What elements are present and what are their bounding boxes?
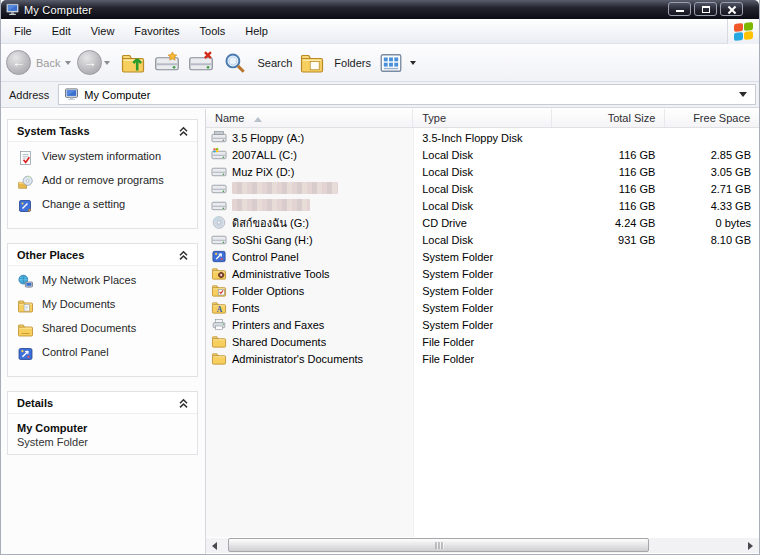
task-link-control-panel[interactable]: Control Panel — [17, 346, 191, 362]
file-type: System Folder — [413, 302, 552, 314]
file-name: Fonts — [232, 302, 260, 314]
task-link-change-a-setting[interactable]: Change a setting — [17, 198, 191, 214]
floppy-drive-icon — [211, 130, 227, 145]
system-tasks-header[interactable]: System Tasks — [8, 120, 197, 142]
folders-button[interactable]: Folders — [295, 51, 374, 75]
file-type: System Folder — [413, 319, 552, 331]
column-header-name[interactable]: Name — [206, 109, 413, 127]
file-name: 2007ALL (C:) — [232, 149, 297, 161]
address-value: My Computer — [84, 89, 734, 101]
hard-drive-icon — [211, 181, 227, 196]
back-icon: ← — [7, 51, 30, 74]
file-name: Administrative Tools — [232, 268, 330, 280]
column-header-total-size[interactable]: Total Size — [552, 109, 666, 127]
network-places-icon — [17, 274, 34, 290]
scroll-right-button[interactable] — [743, 538, 758, 553]
maximize-icon — [702, 6, 710, 13]
menu-edit[interactable]: Edit — [42, 21, 81, 41]
total-size: 116 GB — [552, 183, 666, 195]
column-header-type[interactable]: Type — [413, 109, 552, 127]
file-list-row[interactable]: Administrator's Documents File Folder — [206, 350, 759, 367]
explorer-window: My Computer File Edit View Favorites Too… — [0, 0, 760, 555]
collapse-chevron-icon[interactable] — [178, 398, 189, 409]
file-name: Muz PiX (D:) — [232, 166, 294, 178]
details-header[interactable]: Details — [8, 392, 197, 414]
redacted-blur-block — [232, 182, 338, 194]
task-label: View system information — [42, 150, 161, 163]
map-drive-button[interactable] — [155, 51, 179, 75]
file-list-row[interactable]: Shared Documents File Folder — [206, 333, 759, 350]
minimize-button[interactable] — [668, 2, 691, 16]
redacted-drive-name — [232, 182, 338, 196]
menu-view[interactable]: View — [81, 21, 125, 41]
file-list-row[interactable]: Folder Options System Folder — [206, 282, 759, 299]
file-list: 3.5 Floppy (A:) 3.5-Inch Floppy Disk 200… — [206, 129, 759, 367]
views-dropdown-icon[interactable] — [410, 61, 416, 65]
other-places-title: Other Places — [17, 249, 84, 261]
scroll-left-button[interactable] — [207, 538, 222, 553]
column-header-free-space[interactable]: Free Space — [665, 109, 759, 127]
file-list-pane: Name Type Total Size Free Space 3.5 Flop… — [206, 109, 759, 554]
file-list-row[interactable]: Local Disk 116 GB 4.33 GB — [206, 197, 759, 214]
hard-drive-icon — [211, 198, 227, 213]
views-button[interactable] — [374, 51, 422, 75]
free-space: 2.71 GB — [665, 183, 759, 195]
scrollbar-thumb[interactable] — [228, 538, 649, 552]
disconnect-drive-button[interactable] — [189, 51, 213, 75]
task-link-add-or-remove-programs[interactable]: Add or remove programs — [17, 174, 191, 190]
file-list-row[interactable]: Muz PiX (D:) Local Disk 116 GB 3.05 GB — [206, 163, 759, 180]
forward-dropdown-icon[interactable] — [104, 61, 110, 65]
file-type: System Folder — [413, 251, 552, 263]
details-item-type: System Folder — [17, 436, 191, 448]
redacted-blur-block — [232, 199, 310, 211]
system-tasks-panel: System Tasks View system information Add… — [7, 119, 198, 229]
file-type: File Folder — [413, 336, 552, 348]
task-link-shared-documents[interactable]: Shared Documents — [17, 322, 191, 338]
file-list-row[interactable]: 3.5 Floppy (A:) 3.5-Inch Floppy Disk — [206, 129, 759, 146]
menu-favorites[interactable]: Favorites — [124, 21, 189, 41]
file-list-row[interactable]: Printers and Faxes System Folder — [206, 316, 759, 333]
search-button[interactable]: Search — [218, 51, 295, 75]
task-link-my-documents[interactable]: My Documents — [17, 298, 191, 314]
file-list-row[interactable]: Local Disk 116 GB 2.71 GB — [206, 180, 759, 197]
toolbar: ← Back → Search Folders — [1, 44, 759, 82]
other-places-header[interactable]: Other Places — [8, 244, 197, 266]
menu-file[interactable]: File — [4, 21, 42, 41]
horizontal-scrollbar[interactable] — [206, 538, 759, 553]
file-list-row[interactable]: 2007ALL (C:) Local Disk 116 GB 2.85 GB — [206, 146, 759, 163]
file-type: Local Disk — [413, 183, 552, 195]
file-list-row[interactable]: SoShi Gang (H:) Local Disk 931 GB 8.10 G… — [206, 231, 759, 248]
back-button[interactable]: ← Back — [6, 50, 77, 75]
search-label: Search — [257, 57, 292, 69]
menu-tools[interactable]: Tools — [190, 21, 236, 41]
admin-tools-icon — [211, 266, 227, 281]
svg-text:A: A — [217, 305, 223, 314]
back-dropdown-icon[interactable] — [65, 61, 71, 65]
file-list-row[interactable]: ดิสก์ของฉัน (G:) CD Drive 4.24 GB 0 byte… — [206, 214, 759, 231]
collapse-chevron-icon[interactable] — [178, 250, 189, 261]
file-name: Printers and Faxes — [232, 319, 324, 331]
file-list-row[interactable]: AFonts System Folder — [206, 299, 759, 316]
total-size: 116 GB — [552, 149, 666, 161]
address-dropdown-icon[interactable] — [739, 92, 747, 97]
task-label: Shared Documents — [42, 322, 136, 335]
scrollbar-grip-icon — [435, 542, 442, 549]
file-list-row[interactable]: Control Panel System Folder — [206, 248, 759, 265]
hard-drive-icon — [211, 164, 227, 179]
task-link-view-system-information[interactable]: View system information — [17, 150, 191, 166]
address-input[interactable]: My Computer — [58, 84, 756, 105]
forward-button[interactable]: → — [77, 50, 116, 75]
task-link-my-network-places[interactable]: My Network Places — [17, 274, 191, 290]
free-space: 0 bytes — [665, 217, 759, 229]
up-folder-button[interactable] — [121, 51, 145, 75]
control-panel-icon — [211, 249, 227, 264]
menu-help[interactable]: Help — [235, 21, 278, 41]
free-space: 8.10 GB — [665, 234, 759, 246]
title-bar[interactable]: My Computer — [1, 0, 759, 19]
close-button[interactable] — [720, 2, 743, 16]
my-documents-icon — [17, 298, 34, 314]
collapse-chevron-icon[interactable] — [178, 126, 189, 137]
window-title: My Computer — [24, 4, 92, 16]
file-list-row[interactable]: Administrative Tools System Folder — [206, 265, 759, 282]
maximize-button[interactable] — [694, 2, 717, 16]
